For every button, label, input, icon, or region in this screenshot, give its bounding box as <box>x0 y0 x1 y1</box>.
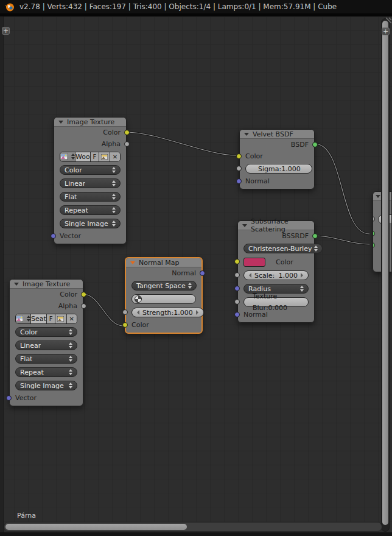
projection-select[interactable]: Flat <box>60 192 121 202</box>
select-arrows-icon <box>312 245 318 252</box>
color-input-row: Color <box>126 319 201 331</box>
editor-bottom-edge <box>0 532 392 536</box>
select-arrows-icon <box>110 167 116 173</box>
toolshelf-expand-button[interactable]: + <box>2 27 10 35</box>
image-texture-top-node[interactable]: Image Texture Color Alpha <box>54 117 127 244</box>
node-title: Image Texture <box>67 118 114 126</box>
scale-slider[interactable]: Scale: 1.000 <box>243 270 309 280</box>
collapse-icon[interactable] <box>242 224 247 227</box>
horizontal-scrollbar[interactable] <box>4 522 382 532</box>
bssrdf-output-label: BSSRDF <box>282 232 309 240</box>
normal-map-header[interactable]: Normal Map <box>126 258 201 267</box>
texture-blur-input-socket[interactable] <box>234 299 240 305</box>
select-arrows-icon <box>110 207 116 213</box>
select-arrows-icon <box>186 283 192 289</box>
sss-header[interactable]: Subsurface Scattering <box>238 221 314 230</box>
color-output-row: Color <box>10 289 83 300</box>
normal-input-socket[interactable] <box>236 178 242 184</box>
velvet-bsdf-header[interactable]: Velvet BSDF <box>240 130 314 139</box>
collapse-icon[interactable] <box>58 121 63 124</box>
scale-input-socket[interactable] <box>234 272 240 278</box>
collapse-icon[interactable] <box>14 283 19 286</box>
pack-image-button[interactable] <box>99 152 110 161</box>
image-icon <box>16 316 23 322</box>
color-input-socket[interactable] <box>234 259 240 264</box>
image-texture-top-header[interactable]: Image Texture <box>54 118 126 127</box>
shader2-input-socket[interactable] <box>373 242 375 248</box>
unlink-image-button[interactable]: ✕ <box>67 314 77 323</box>
color-space-select[interactable]: Color <box>15 327 77 337</box>
color-output-socket[interactable] <box>124 130 130 135</box>
node-title: Image Texture <box>23 280 70 288</box>
falloff-select[interactable]: Christensen-Burley <box>243 244 323 253</box>
collapse-icon[interactable] <box>130 261 135 264</box>
extension-select[interactable]: Repeat <box>60 205 121 215</box>
normal-input-socket[interactable] <box>234 312 240 317</box>
image-icon <box>60 153 68 160</box>
decrement-arrow-icon[interactable] <box>137 310 139 315</box>
color-input-row: Color <box>240 150 314 162</box>
horizontal-scrollbar-thumb[interactable] <box>5 524 187 530</box>
vertical-scrollbar[interactable] <box>381 18 390 532</box>
decrement-arrow-icon[interactable] <box>249 273 251 278</box>
space-select[interactable]: Tangent Space <box>131 281 197 291</box>
source-select[interactable]: Single Image <box>15 381 77 390</box>
image-datablock-selector[interactable]: Woo F ✕ <box>60 152 121 162</box>
link-velvet-to-mix <box>315 144 369 234</box>
strength-input-socket[interactable] <box>122 309 128 315</box>
color-output-label: Color <box>60 291 77 298</box>
increment-arrow-icon[interactable] <box>301 273 303 278</box>
vector-input-socket[interactable] <box>51 233 56 239</box>
vector-input-socket[interactable] <box>6 395 12 401</box>
color-input-socket[interactable] <box>236 153 242 159</box>
image-texture-bottom-header[interactable]: Image Texture <box>10 280 83 289</box>
projection-select[interactable]: Flat <box>15 354 77 364</box>
normal-output-socket[interactable] <box>200 270 205 276</box>
color-output-socket[interactable] <box>81 292 86 297</box>
interpolation-select[interactable]: Linear <box>15 340 77 350</box>
unlink-image-button[interactable]: ✕ <box>110 152 120 161</box>
image-datablock-selector[interactable]: Seat F ✕ <box>15 314 77 324</box>
area-resize-grip-icon[interactable] <box>383 16 392 25</box>
uv-map-select[interactable] <box>131 294 196 304</box>
properties-expand-button[interactable]: + <box>382 27 390 35</box>
radius-input-socket[interactable] <box>234 286 240 291</box>
image-texture-bottom-node[interactable]: Image Texture Color Alpha <box>9 279 83 406</box>
fake-user-button[interactable]: F <box>47 314 55 323</box>
velvet-bsdf-node[interactable]: Velvet BSDF BSDF Color Sigma: 1.000 Norm… <box>239 129 315 189</box>
subsurface-scattering-node[interactable]: Subsurface Scattering BSSRDF Christensen… <box>237 220 315 323</box>
vertical-scrollbar-thumb[interactable] <box>382 21 388 525</box>
color-input-label: Color <box>131 321 149 329</box>
strength-slider[interactable]: Strength: 1.000 <box>131 308 204 317</box>
fake-user-button[interactable]: F <box>91 152 99 161</box>
sss-color-swatch[interactable] <box>243 258 265 267</box>
image-browse-button[interactable] <box>60 152 75 161</box>
color-output-label: Color <box>103 129 121 136</box>
normal-map-node[interactable]: Normal Map Normal Tangent Space <box>125 257 203 334</box>
image-name-field[interactable]: Woo <box>75 152 91 161</box>
increment-arrow-icon[interactable] <box>196 310 198 315</box>
interpolation-select[interactable]: Linear <box>60 178 121 188</box>
alpha-output-socket[interactable] <box>81 303 86 309</box>
pack-image-button[interactable] <box>55 314 66 323</box>
color-input-socket[interactable] <box>122 322 128 328</box>
collapse-icon[interactable] <box>376 195 380 198</box>
bsdf-output-socket[interactable] <box>312 142 318 147</box>
select-arrows-icon <box>66 356 72 362</box>
image-browse-button[interactable] <box>16 314 31 323</box>
source-select[interactable]: Single Image <box>60 219 121 228</box>
shader1-input-socket[interactable] <box>373 231 375 236</box>
fac-input-socket[interactable] <box>373 216 375 222</box>
sigma-input-socket[interactable] <box>236 166 242 171</box>
node-editor[interactable]: Image Texture Color Alpha <box>0 16 392 536</box>
bssrdf-output-socket[interactable] <box>312 233 318 239</box>
sigma-number-field[interactable]: Sigma: 1.000 <box>245 164 312 174</box>
browse-arrows-icon <box>69 153 75 160</box>
image-name-field[interactable]: Seat <box>31 314 47 323</box>
texture-blur-slider[interactable]: Texture Blur:0.000 <box>243 297 309 307</box>
color-space-select[interactable]: Color <box>60 165 121 175</box>
node-title: Velvet BSDF <box>253 130 293 138</box>
extension-select[interactable]: Repeat <box>15 367 77 377</box>
alpha-output-socket[interactable] <box>124 141 130 147</box>
collapse-icon[interactable] <box>244 133 249 136</box>
